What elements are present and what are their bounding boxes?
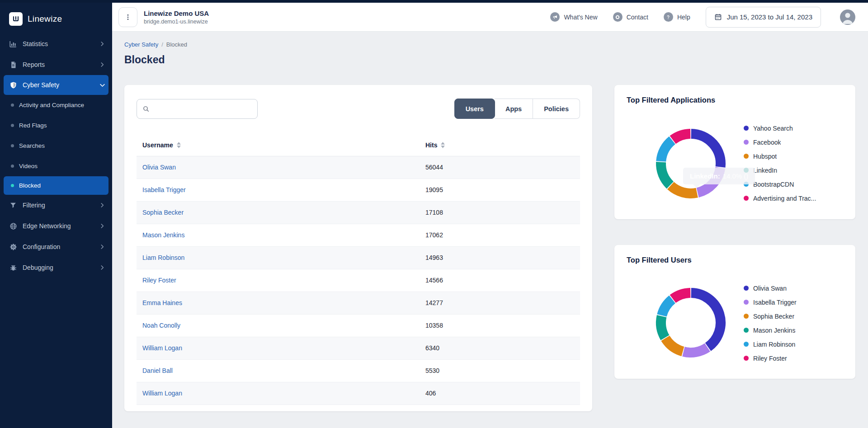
username-link[interactable]: Riley Foster [142, 277, 176, 284]
legend-item-riley-foster[interactable]: Riley Foster [744, 351, 797, 365]
legend-label: Advertising and Trac... [753, 195, 816, 202]
sidebar-item-debugging[interactable]: Debugging [0, 257, 112, 278]
search-box[interactable] [137, 99, 258, 119]
chart-title: Top Filtered Users [627, 256, 692, 264]
donut-segment-yahoo-search[interactable] [691, 134, 721, 167]
menu-kebab-button[interactable] [118, 7, 137, 27]
contact-icon [613, 12, 623, 22]
search-input[interactable] [154, 105, 252, 113]
legend-dot-icon [744, 328, 749, 333]
tab-apps[interactable]: Apps [495, 99, 533, 119]
cyber-safety-icon [9, 81, 17, 89]
donut-segment-riley-foster[interactable] [673, 293, 690, 299]
column-label: Hits [425, 141, 437, 149]
sort-icon[interactable] [177, 142, 181, 148]
column-header-hits[interactable]: Hits [420, 134, 580, 156]
table-row: Mason Jenkins17062 [137, 224, 580, 246]
breadcrumb-cyber-safety-link[interactable]: Cyber Safety [124, 41, 158, 48]
sidebar-item-red-flags[interactable]: Red Flags [0, 115, 112, 136]
username-link[interactable]: Olivia Swan [142, 164, 176, 171]
bullet-icon [11, 103, 14, 107]
username-link[interactable]: Isabella Trigger [142, 186, 186, 193]
breadcrumb: Cyber Safety / Blocked [124, 41, 855, 48]
appliance-name: bridge.demo1-us.linewize [144, 19, 209, 25]
chevron-right-icon [99, 61, 106, 68]
donut-segment-sophia-becker[interactable] [665, 338, 683, 351]
username-link[interactable]: William Logan [142, 390, 182, 397]
username-link[interactable]: Emma Haines [142, 299, 182, 306]
legend-label: Facebook [753, 139, 781, 146]
donut-segment-olivia-swan[interactable] [691, 293, 721, 347]
search-icon [142, 105, 150, 113]
donut-segment-liam-robinson[interactable] [662, 299, 672, 315]
legend-dot-icon [744, 286, 749, 291]
legend-item-mason-jenkins[interactable]: Mason Jenkins [744, 323, 797, 337]
sidebar-item-searches[interactable]: Searches [0, 136, 112, 156]
what-s-new-link[interactable]: What's New [550, 12, 597, 22]
sidebar-item-label: Reports [23, 61, 99, 68]
username-link[interactable]: Noah Conolly [142, 322, 180, 329]
table-toolbar: UsersAppsPolicies [124, 85, 592, 119]
username-link[interactable]: Mason Jenkins [142, 231, 184, 239]
legend-item-liam-robinson[interactable]: Liam Robinson [744, 337, 797, 351]
sidebar-item-statistics[interactable]: Statistics [0, 33, 112, 54]
sort-icon[interactable] [441, 142, 445, 148]
legend-dot-icon [744, 342, 749, 347]
sidebar-item-label: Blocked [19, 182, 41, 189]
legend-item-olivia-swan[interactable]: Olivia Swan [744, 281, 797, 295]
legend-item-sophia-becker[interactable]: Sophia Becker [744, 309, 797, 323]
table-row: Riley Foster14566 [137, 269, 580, 292]
donut-segment-advertising-and-trac[interactable] [673, 134, 690, 140]
legend-item-hubspot[interactable]: Hubspot [744, 149, 816, 163]
legend-item-facebook[interactable]: Facebook [744, 135, 816, 149]
help-link[interactable]: Help [664, 12, 690, 22]
page-content: Cyber Safety / Blocked Blocked [112, 32, 868, 411]
avatar-icon [840, 9, 855, 25]
chart-title: Top Filtered Applications [627, 96, 715, 104]
hits-cell: 10358 [420, 314, 580, 337]
donut-segment-linkedin[interactable] [661, 162, 670, 185]
brand-logo[interactable]: Linewize [0, 0, 112, 29]
username-cell: Isabella Trigger [137, 179, 420, 201]
brand-name: Linewize [28, 14, 62, 24]
legend-item-isabella-trigger[interactable]: Isabella Trigger [744, 295, 797, 309]
sidebar-item-label: Cyber Safety [23, 81, 99, 89]
username-link[interactable]: Sophia Becker [142, 209, 184, 216]
school-info: Linewize Demo USA bridge.demo1-us.linewi… [144, 9, 209, 25]
applications-legend: Yahoo SearchFacebookHubspotLinkedInBoots… [744, 121, 816, 205]
column-header-username[interactable]: Username [137, 134, 420, 156]
link-label: Contact [627, 14, 648, 21]
tab-users[interactable]: Users [454, 99, 495, 119]
sidebar-item-filtering[interactable]: Filtering [0, 195, 112, 216]
user-avatar[interactable] [840, 9, 855, 25]
table-row: Sophia Becker17108 [137, 201, 580, 224]
topbar-right: What's NewContactHelp Jun 15, 2023 to Ju… [550, 7, 855, 28]
sidebar-item-configuration[interactable]: Configuration [0, 236, 112, 257]
sidebar-item-activity-and-compliance[interactable]: Activity and Compliance [0, 95, 112, 115]
sidebar-item-blocked[interactable]: Blocked [4, 176, 108, 195]
sidebar-item-edge-networking[interactable]: Edge Networking [0, 216, 112, 236]
sidebar-item-reports[interactable]: Reports [0, 54, 112, 75]
donut-segment-mason-jenkins[interactable] [661, 316, 665, 338]
chevron-right-icon [99, 222, 106, 230]
table-row: Isabella Trigger19095 [137, 179, 580, 201]
donut-segment-isabella-trigger[interactable] [684, 348, 708, 353]
edge-networking-icon [9, 222, 17, 230]
legend-label: Riley Foster [753, 355, 787, 362]
top-accent-bar [0, 0, 868, 3]
tab-policies[interactable]: Policies [533, 99, 580, 119]
date-range-button[interactable]: Jun 15, 2023 to Jul 14, 2023 [706, 7, 821, 28]
username-link[interactable]: William Logan [142, 344, 182, 352]
sidebar-item-videos[interactable]: Videos [0, 156, 112, 176]
username-link[interactable]: Liam Robinson [142, 254, 184, 261]
sidebar-item-cyber-safety[interactable]: Cyber Safety [4, 75, 108, 95]
whats-new-icon [550, 12, 560, 22]
content-layout: UsersAppsPolicies Username [124, 85, 855, 411]
users-legend: Olivia SwanIsabella TriggerSophia Becker… [744, 281, 797, 365]
username-link[interactable]: Daniel Ball [142, 367, 173, 374]
donut-segment-bootstrapcdn[interactable] [661, 140, 672, 161]
username-cell: Noah Conolly [137, 314, 420, 337]
contact-link[interactable]: Contact [613, 12, 648, 22]
legend-item-yahoo-search[interactable]: Yahoo Search [744, 121, 816, 135]
legend-item-advertising-and-trac[interactable]: Advertising and Trac... [744, 191, 816, 205]
